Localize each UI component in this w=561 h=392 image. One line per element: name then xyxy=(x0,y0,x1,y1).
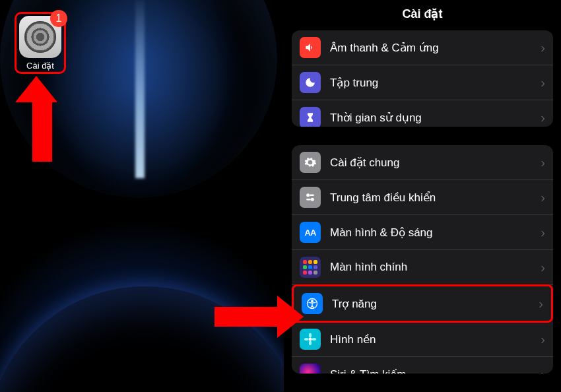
svg-point-0 xyxy=(306,194,310,197)
settings-title: Cài đặt xyxy=(284,0,561,30)
svg-rect-3 xyxy=(306,199,311,201)
row-focus[interactable]: Tập trung › xyxy=(292,65,553,100)
annotation-arrow-up xyxy=(26,76,57,162)
row-label: Siri & Tìm kiếm xyxy=(330,368,531,374)
svg-point-8 xyxy=(309,341,312,346)
chevron-right-icon: › xyxy=(541,110,545,125)
svg-point-10 xyxy=(312,338,317,341)
row-label: Màn hình chính xyxy=(330,261,531,274)
chevron-right-icon: › xyxy=(541,367,545,374)
svg-point-5 xyxy=(312,300,314,302)
row-display-brightness[interactable]: AA Màn hình & Độ sáng › xyxy=(292,215,553,250)
sound-icon xyxy=(300,37,321,58)
chevron-right-icon: › xyxy=(541,332,545,347)
row-label: Trung tâm điều khiển xyxy=(330,191,531,205)
app-grid-icon xyxy=(300,257,321,278)
row-control-center[interactable]: Trung tâm điều khiển › xyxy=(292,180,553,215)
wallpaper-beam xyxy=(135,0,145,178)
settings-group-2: Cài đặt chung › Trung tâm điều khiển › A… xyxy=(292,145,553,374)
annotation-arrow-right xyxy=(214,296,304,338)
chevron-right-icon: › xyxy=(541,225,545,240)
chevron-right-icon: › xyxy=(541,75,545,90)
row-sounds-haptics[interactable]: Âm thanh & Cảm ứng › xyxy=(292,30,553,65)
settings-app-highlight: 1 Cài đặt xyxy=(15,12,66,74)
svg-point-9 xyxy=(304,338,309,341)
settings-app-icon[interactable]: 1 xyxy=(19,16,61,58)
row-wallpaper[interactable]: Hình nền › xyxy=(292,322,553,357)
chevron-right-icon: › xyxy=(541,155,545,170)
settings-app-label: Cài đặt xyxy=(16,61,64,71)
row-home-screen[interactable]: Màn hình chính › xyxy=(292,250,553,285)
svg-point-2 xyxy=(311,198,314,201)
row-siri-search[interactable]: Siri & Tìm kiếm › xyxy=(292,357,553,374)
row-label: Thời gian sử dụng xyxy=(330,111,531,125)
siri-icon xyxy=(300,364,321,374)
row-label: Màn hình & Độ sáng xyxy=(330,226,531,240)
gear-icon xyxy=(24,21,56,53)
toggles-icon xyxy=(300,187,321,208)
svg-point-6 xyxy=(309,338,312,341)
text-size-icon: AA xyxy=(300,222,321,243)
row-label: Trợ năng xyxy=(332,297,529,311)
chevron-right-icon: › xyxy=(541,190,545,205)
chevron-right-icon: › xyxy=(539,296,543,311)
chevron-right-icon: › xyxy=(541,260,545,275)
row-label: Hình nền xyxy=(330,333,531,346)
settings-screen: Cài đặt Âm thanh & Cảm ứng › Tập trung ›… xyxy=(284,0,561,392)
row-label: Âm thanh & Cảm ứng xyxy=(330,41,531,55)
moon-icon xyxy=(300,72,321,93)
chevron-right-icon: › xyxy=(541,40,545,55)
row-screen-time[interactable]: Thời gian sử dụng › xyxy=(292,100,553,127)
row-label: Tập trung xyxy=(330,76,531,90)
hourglass-icon xyxy=(300,107,321,127)
row-label: Cài đặt chung xyxy=(330,156,531,170)
accessibility-icon xyxy=(302,293,323,314)
svg-point-7 xyxy=(309,333,312,338)
row-accessibility[interactable]: Trợ năng › xyxy=(292,284,553,323)
row-general[interactable]: Cài đặt chung › xyxy=(292,145,553,180)
notification-badge: 1 xyxy=(50,10,67,27)
svg-rect-1 xyxy=(310,195,314,197)
settings-group-1: Âm thanh & Cảm ứng › Tập trung › Thời gi… xyxy=(292,30,553,127)
gear-icon xyxy=(300,152,321,173)
